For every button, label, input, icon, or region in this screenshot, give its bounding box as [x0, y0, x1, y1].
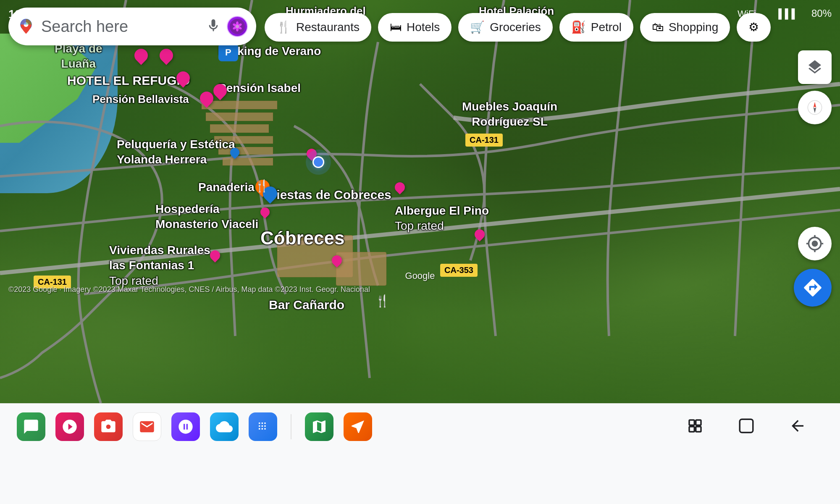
bar-icon: 🍴	[375, 294, 390, 308]
google-watermark: Google	[405, 270, 435, 281]
pin-albergue[interactable]	[475, 229, 485, 239]
urban-block	[206, 113, 273, 121]
svg-rect-15	[696, 420, 701, 425]
app-camera[interactable]	[94, 412, 123, 441]
pin-pension-bellavista[interactable]	[200, 92, 213, 105]
compass-button[interactable]	[798, 91, 832, 124]
petrol-icon: ⛽	[571, 20, 586, 34]
pin-viviendas[interactable]	[210, 250, 220, 260]
sys-nav-area	[686, 417, 823, 436]
pin-red-3[interactable]	[332, 255, 342, 265]
svg-point-10	[236, 25, 239, 28]
urban-block	[336, 252, 386, 286]
mic-icon[interactable]	[206, 18, 221, 35]
user-location	[311, 155, 326, 170]
shopping-icon: 🛍	[652, 20, 664, 34]
map-copyright: ©2023 Google · Imagery ©2023 Maxar Techn…	[8, 285, 370, 294]
chip-hotels[interactable]: 🛏 Hotels	[378, 13, 452, 42]
chip-settings[interactable]: ⚙	[737, 13, 771, 42]
food-icon: 🍴	[255, 179, 269, 193]
back-button[interactable]	[789, 417, 806, 436]
urban-block	[223, 158, 273, 165]
chip-petrol[interactable]: ⛽ Petrol	[559, 13, 633, 42]
map-controls	[798, 50, 832, 124]
pin-hotel-refugio[interactable]	[176, 71, 190, 85]
search-bar[interactable]: Search here	[8, 8, 256, 45]
google-maps-logo	[17, 17, 35, 36]
pin-peluqueria[interactable]	[230, 148, 239, 157]
chip-restaurants[interactable]: 🍴 Restaurants	[265, 13, 371, 42]
restaurants-icon: 🍴	[276, 20, 291, 34]
app-maps[interactable]	[305, 412, 333, 441]
svg-rect-17	[696, 426, 701, 431]
my-location-button[interactable]	[798, 227, 832, 260]
svg-rect-16	[689, 426, 694, 431]
app-messages[interactable]	[17, 412, 45, 441]
svg-rect-14	[689, 420, 694, 425]
settings-icon: ⚙	[748, 20, 759, 34]
groceries-icon: 🛒	[470, 20, 485, 34]
app-gmail[interactable]	[133, 412, 161, 441]
app-travel[interactable]	[344, 412, 372, 441]
user-avatar[interactable]	[227, 16, 248, 37]
recent-apps-button[interactable]	[686, 417, 704, 436]
chip-label-restaurants: Restaurants	[296, 21, 360, 34]
road-label-ca131-top: CA-131	[465, 134, 503, 147]
pin-hotel-2[interactable]	[160, 49, 173, 62]
parking-icon: P	[218, 44, 238, 61]
urban-block	[214, 136, 273, 144]
pin-pension-isabel[interactable]	[213, 84, 227, 97]
chip-label-groceries: Groceries	[490, 21, 541, 34]
app-purple[interactable]	[171, 412, 200, 441]
layers-button[interactable]	[798, 50, 832, 84]
app-cherry[interactable]	[55, 412, 84, 441]
urban-block	[210, 124, 269, 133]
chip-groceries[interactable]: 🛒 Groceries	[458, 13, 552, 42]
app-cloud[interactable]	[210, 412, 239, 441]
chip-label-petrol: Petrol	[591, 21, 622, 34]
road-label-ca353: CA-353	[440, 264, 478, 277]
divider	[291, 414, 291, 439]
road-network	[0, 0, 840, 403]
pin-hotel-1[interactable]	[134, 49, 148, 62]
urban-block	[218, 147, 273, 155]
directions-button[interactable]	[794, 269, 832, 307]
app-icons-row	[0, 403, 840, 449]
chip-shopping[interactable]: 🛍 Shopping	[640, 13, 730, 42]
map-container[interactable]: Hurmiadero delSanto Cotajón Hotel Palaci…	[0, 0, 840, 403]
chip-label-shopping: Shopping	[669, 21, 718, 34]
pin-hospederia[interactable]	[260, 207, 270, 217]
pin-red-2[interactable]	[395, 182, 405, 192]
chip-label-hotels: Hotels	[407, 21, 440, 34]
svg-rect-18	[740, 419, 753, 433]
bottom-navigation: Explore Go Saved Contri	[0, 403, 840, 504]
app-grid[interactable]	[249, 412, 277, 441]
filter-chips-bar: 🍴 Restaurants 🛏 Hotels 🛒 Groceries ⛽ Pet…	[265, 9, 840, 45]
home-button[interactable]	[738, 417, 755, 436]
hotels-icon: 🛏	[390, 20, 402, 34]
search-input-text[interactable]: Search here	[41, 18, 206, 36]
